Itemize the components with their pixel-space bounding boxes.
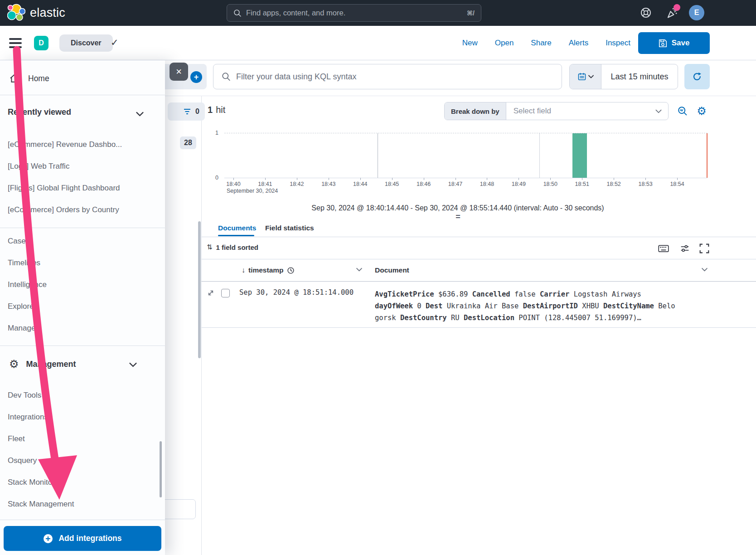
- help-life-ring-icon: [640, 6, 652, 19]
- global-search-input[interactable]: [246, 9, 467, 17]
- flyout-close-button[interactable]: ✕: [170, 63, 188, 81]
- x-tick-mark: [645, 178, 646, 180]
- global-header: elastic ⌘/: [0, 0, 756, 26]
- timestamp-column-menu[interactable]: [356, 268, 362, 272]
- tab-field-statistics[interactable]: Field statistics: [265, 224, 314, 232]
- security-links-list: CasesTimelinesIntelligenceExploreManage: [8, 230, 157, 339]
- management-header[interactable]: ⚙ Management: [9, 358, 76, 370]
- chevron-down-icon: [588, 75, 594, 78]
- notification-dot: [674, 4, 680, 11]
- chart-options-button[interactable]: ⚙: [695, 105, 708, 117]
- sidebar-item-intelligence[interactable]: Intelligence: [8, 274, 157, 296]
- sidebar-item-timelines[interactable]: Timelines: [8, 252, 157, 274]
- sidebar-item-ecommerce-orders-by-country[interactable]: [eCommerce] Orders by Country: [8, 199, 157, 221]
- date-picker-calendar-button[interactable]: [570, 64, 601, 89]
- breakdown-chevron[interactable]: [655, 102, 668, 120]
- add-integrations-button[interactable]: Add integrations: [4, 526, 161, 551]
- toolbar-action-inspect[interactable]: Inspect: [606, 39, 630, 48]
- field-filter-count[interactable]: 0: [168, 102, 205, 121]
- sidebar-item-integrations[interactable]: Integrations: [8, 406, 157, 428]
- sort-fields-button[interactable]: ⇅ 1 field sorted: [207, 243, 258, 251]
- sidebar-item-manage[interactable]: Manage: [8, 317, 157, 339]
- sidebar-item-stack-monitoring[interactable]: Stack Monitoring: [8, 472, 157, 493]
- kql-query-bar[interactable]: [213, 64, 562, 89]
- column-header-document[interactable]: Document: [375, 266, 409, 274]
- x-tick-mark: [456, 178, 456, 180]
- y-axis-max-label: 1: [208, 130, 218, 136]
- sort-down-icon: ↓: [242, 266, 245, 274]
- refresh-button[interactable]: [684, 64, 710, 89]
- sidebar-item-cases[interactable]: Cases: [8, 230, 157, 252]
- user-avatar[interactable]: E: [689, 5, 704, 20]
- save-button[interactable]: Save: [638, 32, 710, 54]
- tab-documents[interactable]: Documents: [218, 224, 256, 232]
- row-timestamp: Sep 30, 2024 @ 18:51:14.000: [239, 288, 354, 297]
- elastic-logo[interactable]: elastic: [7, 4, 65, 22]
- sidebar-item-explore[interactable]: Explore: [8, 296, 157, 317]
- available-fields-count-badge: 28: [180, 136, 196, 149]
- sidebar-item-dev-tools[interactable]: Dev Tools: [8, 385, 157, 406]
- chevron-down-icon: [655, 109, 662, 113]
- x-tick-label: 18:40: [226, 181, 240, 187]
- toolbar-action-open[interactable]: Open: [495, 39, 514, 48]
- row-divider: [201, 327, 756, 328]
- histogram-bar[interactable]: [572, 133, 587, 178]
- fullscreen-button[interactable]: [698, 242, 711, 255]
- saved-check-icon[interactable]: ✓: [111, 37, 119, 48]
- x-tick-mark: [265, 178, 266, 180]
- sidebar-item-logs-web-traffic[interactable]: [Logs] Web Traffic: [8, 156, 157, 177]
- toolbar-action-alerts[interactable]: Alerts: [569, 39, 588, 48]
- toolbar-action-share[interactable]: Share: [531, 39, 551, 48]
- recently-viewed-header[interactable]: Recently viewed: [8, 107, 71, 117]
- help-button[interactable]: [639, 6, 653, 19]
- keyboard-shortcuts-button[interactable]: [657, 242, 670, 255]
- calendar-icon: [577, 72, 586, 81]
- breakdown-placeholder[interactable]: Select field: [506, 102, 655, 120]
- menu-hamburger-icon[interactable]: [9, 38, 22, 48]
- refresh-icon: [692, 72, 702, 82]
- fields-scrollbar[interactable]: [198, 221, 201, 358]
- search-icon: [233, 9, 242, 17]
- expand-document-button[interactable]: [207, 289, 215, 297]
- sidebar-item-osquery[interactable]: Osquery: [8, 450, 157, 472]
- management-collapse[interactable]: [129, 362, 137, 367]
- sidebar-item-ecommerce-revenue-dashbo[interactable]: [eCommerce] Revenue Dashbo...: [8, 134, 157, 156]
- flyout-scrollbar[interactable]: [160, 441, 162, 497]
- x-tick-mark: [329, 178, 329, 180]
- breadcrumb-discover[interactable]: Discover: [59, 34, 113, 52]
- document-summary-line: AvgTicketPrice $636.89 Cancelled false C…: [375, 288, 675, 300]
- row-document-summary: AvgTicketPrice $636.89 Cancelled false C…: [375, 288, 675, 324]
- x-tick-mark: [614, 178, 614, 180]
- row-checkbox[interactable]: [221, 289, 230, 297]
- x-tick-label: 18:54: [670, 181, 684, 187]
- sidebar-item-home[interactable]: Home: [0, 66, 165, 91]
- sidebar-item-stack-management[interactable]: Stack Management: [8, 493, 157, 515]
- sidebar-item-flights-global-flight-dashboard[interactable]: [Flights] Global Flight Dashboard: [8, 177, 157, 199]
- grid-display-options-button[interactable]: [678, 242, 691, 255]
- explore-in-lens-button[interactable]: [676, 105, 689, 117]
- x-tick-mark: [233, 178, 234, 180]
- sidebar-divider: [0, 228, 165, 228]
- column-header-timestamp[interactable]: ↓ timestamp: [242, 266, 295, 274]
- x-tick-label: 18:42: [290, 181, 304, 187]
- time-range-value[interactable]: Last 15 minutes: [601, 64, 678, 89]
- x-tick-label: 18:53: [638, 181, 652, 187]
- home-icon: [9, 73, 20, 84]
- recently-viewed-collapse[interactable]: [136, 112, 144, 117]
- sidebar-item-fleet[interactable]: Fleet: [8, 428, 157, 450]
- sort-updown-icon: ⇅: [207, 243, 213, 251]
- time-interval-caption: Sep 30, 2024 @ 18:40:14.440 - Sep 30, 20…: [201, 204, 714, 212]
- kql-query-input[interactable]: [236, 72, 553, 82]
- gridline-1850: [539, 133, 540, 178]
- global-search[interactable]: ⌘/: [227, 4, 481, 22]
- document-column-menu[interactable]: [702, 268, 708, 272]
- histogram-plot[interactable]: [224, 133, 708, 178]
- active-tab-underline: [218, 235, 254, 236]
- chart-resize-handle[interactable]: =: [451, 212, 465, 222]
- sidebar-divider: [0, 95, 165, 95]
- x-tick-mark: [487, 178, 487, 180]
- add-field-button[interactable]: +: [190, 71, 202, 83]
- close-icon: ✕: [175, 67, 182, 77]
- toolbar-action-new[interactable]: New: [462, 39, 478, 48]
- navigation-flyout: Home Recently viewed [eCommerce] Revenue…: [0, 60, 165, 555]
